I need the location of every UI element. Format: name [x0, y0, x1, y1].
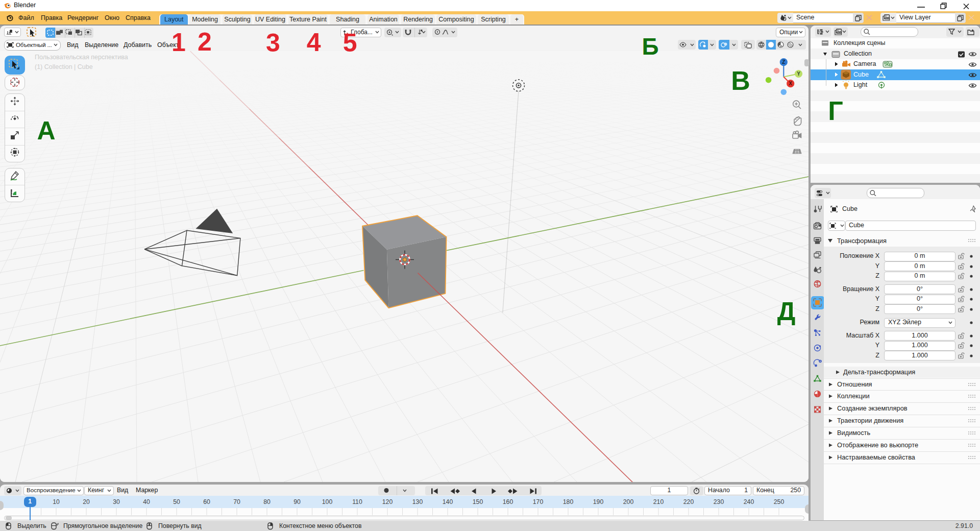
svg-text:230: 230 [714, 498, 724, 505]
svg-text:Y: Y [797, 71, 800, 77]
svg-text:130: 130 [412, 498, 423, 505]
svg-text:40: 40 [143, 498, 150, 505]
svg-text:240: 240 [744, 498, 754, 505]
svg-text:170: 170 [533, 498, 544, 505]
svg-text:250: 250 [774, 498, 785, 505]
svg-text:80: 80 [263, 498, 271, 505]
svg-text:190: 190 [593, 498, 604, 505]
svg-text:140: 140 [443, 498, 453, 505]
svg-text:120: 120 [382, 498, 393, 505]
svg-text:150: 150 [473, 498, 483, 505]
svg-text:110: 110 [352, 498, 362, 505]
svg-text:160: 160 [503, 498, 513, 505]
svg-text:220: 220 [683, 498, 694, 505]
svg-text:Z: Z [782, 59, 785, 65]
svg-text:60: 60 [203, 498, 210, 505]
svg-text:50: 50 [173, 498, 180, 505]
svg-text:90: 90 [293, 498, 301, 505]
svg-text:70: 70 [233, 498, 240, 505]
svg-text:100: 100 [322, 498, 333, 505]
svg-text:X: X [789, 81, 792, 86]
svg-text:210: 210 [653, 498, 664, 505]
svg-text:200: 200 [623, 498, 634, 505]
svg-text:180: 180 [563, 498, 574, 505]
